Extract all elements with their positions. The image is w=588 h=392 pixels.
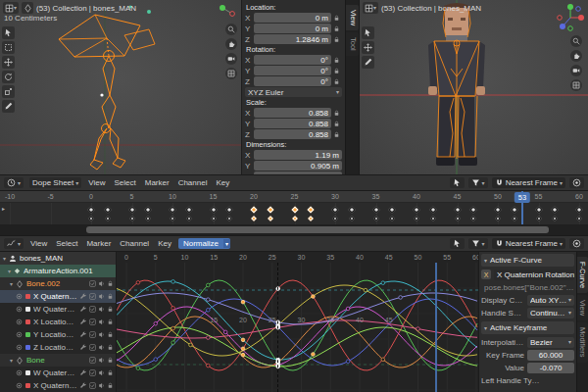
value-field[interactable]: 0.858	[254, 129, 331, 139]
keyframe-diamond[interactable]	[349, 216, 355, 221]
lock-icon[interactable]	[331, 68, 342, 74]
channel-row-object[interactable]: ▾bones_MAN	[0, 252, 116, 265]
panel-collapse-caret[interactable]: ▾	[484, 258, 487, 264]
keyframe-diamond[interactable]	[429, 206, 436, 213]
keyframe-diamond[interactable]	[470, 206, 477, 213]
enable-checkbox-icon[interactable]	[89, 318, 96, 325]
lock-icon[interactable]	[107, 318, 114, 325]
curve-keyframe-dot[interactable]	[241, 353, 245, 357]
curve-keyframe-dot[interactable]	[381, 358, 385, 362]
keyframe-diamond[interactable]	[389, 216, 395, 221]
keyframe-diamond[interactable]	[511, 206, 517, 213]
keyframe-diamond[interactable]	[292, 216, 298, 221]
keyframe-diamond[interactable]	[454, 206, 461, 213]
keyframe-diamond[interactable]	[128, 206, 135, 213]
curve-keyframe-dot[interactable]	[207, 283, 211, 287]
keyframe-diamond[interactable]	[372, 206, 379, 213]
mute-speaker-icon[interactable]	[98, 331, 105, 338]
lock-icon[interactable]	[331, 78, 342, 85]
dope-sheet-mode-dropdown[interactable]: Dope Sheet▾	[29, 177, 81, 188]
value-field[interactable]: 0.858	[254, 119, 331, 128]
viewport-3d-left[interactable]: ▾ (53) Collection | bones_MAN 10 Centime…	[0, 0, 241, 174]
sidebar-tab-tool[interactable]: Tool	[346, 32, 359, 56]
keyframe-diamond[interactable]	[575, 206, 582, 213]
keyframe-diamond[interactable]	[552, 206, 559, 213]
lock-icon[interactable]	[107, 382, 114, 389]
keyframe-diamond[interactable]	[373, 216, 379, 221]
keyframe-diamond[interactable]	[455, 216, 461, 221]
armature-wireframe[interactable]	[0, 0, 241, 174]
channel-row-fcurve[interactable]: W Quaternion Rotation (Bone)	[0, 367, 116, 379]
panel-header-active-keyframe[interactable]: ▾ Active Keyframe	[481, 321, 574, 334]
annotate-tool-icon[interactable]	[2, 100, 15, 113]
editor-type-icon[interactable]: ▾	[3, 2, 19, 14]
keyframe-diamond[interactable]	[308, 216, 314, 221]
dope-sheet-scrollbar[interactable]	[0, 224, 588, 235]
filter-icon[interactable]: ▾	[468, 177, 488, 188]
graph-menu-key[interactable]: Key	[157, 239, 172, 248]
enable-checkbox-icon[interactable]	[89, 280, 96, 287]
mode-icon[interactable]	[22, 2, 33, 14]
keyframe-diamond[interactable]	[129, 216, 135, 221]
character-model[interactable]	[360, 0, 588, 174]
keyframe-diamond[interactable]	[268, 216, 273, 221]
curve-keyframe-dot[interactable]	[346, 307, 350, 311]
keyframe-diamond[interactable]	[185, 206, 192, 213]
visibility-eye-icon[interactable]	[16, 306, 23, 313]
lock-icon[interactable]	[331, 121, 342, 127]
graph-menu-select[interactable]: Select	[55, 239, 78, 248]
value-field[interactable]: 0°	[254, 66, 331, 75]
lock-icon[interactable]	[107, 357, 114, 364]
lock-icon[interactable]	[107, 293, 114, 300]
keyframe-diamond[interactable]	[308, 206, 315, 213]
mute-speaker-icon[interactable]	[98, 293, 105, 300]
camera-view-icon[interactable]	[570, 65, 582, 76]
sidebar-tab-view[interactable]: View	[346, 5, 359, 30]
visibility-eye-icon[interactable]	[16, 369, 23, 376]
keyframe-diamond[interactable]	[348, 206, 355, 213]
curve-keyframe-dot[interactable]	[172, 326, 175, 330]
mute-speaker-icon[interactable]	[98, 369, 105, 376]
modifier-wrench-icon[interactable]	[80, 344, 87, 351]
keyframe-diamond[interactable]	[145, 206, 152, 213]
key-frame-field[interactable]: 60.000	[527, 350, 574, 361]
keyframe-diamond[interactable]	[211, 216, 217, 221]
expand-caret-icon[interactable]: ▾	[3, 255, 6, 262]
curve-keyframe-dot[interactable]	[241, 347, 245, 351]
box-select-tool-icon[interactable]	[2, 41, 15, 54]
cursor-tool-icon[interactable]	[362, 26, 374, 39]
keyframe-diamond[interactable]	[104, 206, 111, 213]
curve-keyframe-dot[interactable]	[241, 338, 245, 342]
keyframe-diamond[interactable]	[250, 206, 257, 213]
keyframe-diamond[interactable]	[430, 216, 436, 221]
cursor-tool-icon[interactable]	[2, 26, 15, 39]
viewport-3d-right[interactable]: ▾ (53) Collection | bones_MAN	[359, 0, 588, 174]
value-field[interactable]: 0.858	[254, 108, 331, 118]
enable-checkbox-icon[interactable]	[89, 293, 96, 300]
zoom-icon[interactable]	[225, 24, 237, 35]
mute-speaker-icon[interactable]	[98, 344, 105, 351]
graph-menu-view[interactable]: View	[29, 239, 48, 248]
lock-icon[interactable]	[331, 57, 342, 64]
keyframe-diamond[interactable]	[267, 206, 273, 213]
enable-checkbox-icon[interactable]	[89, 382, 96, 389]
dope-menu-key[interactable]: Key	[215, 178, 230, 187]
channel-row-group[interactable]: ▾Bone.002	[0, 277, 116, 290]
pan-hand-icon[interactable]	[225, 38, 237, 50]
value-field[interactable]: 0.905 m	[254, 161, 342, 171]
lock-icon[interactable]	[107, 331, 114, 338]
filter-only-selected-icon[interactable]	[450, 238, 465, 249]
curve-keyframe-dot[interactable]	[381, 281, 385, 285]
curve-keyframe-dot[interactable]	[416, 327, 420, 331]
lock-icon[interactable]	[331, 36, 342, 43]
display-color-dropdown[interactable]: Auto XYZ to RGB▾	[527, 295, 574, 306]
value-field[interactable]: 0°	[254, 76, 331, 86]
keyframe-diamond[interactable]	[332, 216, 338, 221]
dope-menu-select[interactable]: Select	[114, 178, 137, 187]
visibility-eye-icon[interactable]	[16, 293, 23, 300]
proportional-edit-icon[interactable]	[569, 238, 584, 249]
curve-keyframe-dot[interactable]	[154, 321, 158, 325]
handle-smoothing-dropdown[interactable]: Continuous Acceleration▾	[527, 308, 574, 318]
channel-row-fcurve[interactable]: Y Location (Bone.002)	[0, 328, 116, 341]
channel-row-fcurve[interactable]: W Quaternion Rotation (Bone.002)	[0, 303, 116, 316]
